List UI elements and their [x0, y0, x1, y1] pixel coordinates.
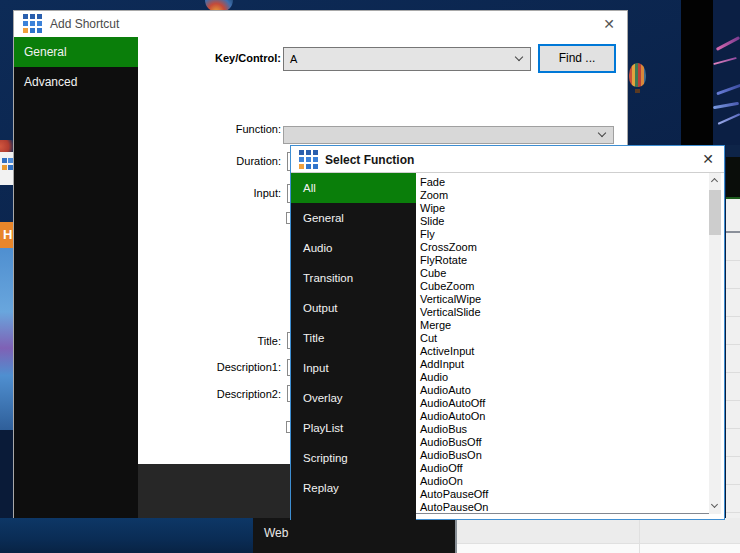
description2-label: Description2:	[136, 388, 281, 400]
function-list-item[interactable]: AudioOn	[416, 475, 709, 488]
function-list-item[interactable]: AudioAutoOff	[416, 397, 709, 410]
vmix-logo-icon	[23, 14, 42, 33]
category-item[interactable]: Replay	[291, 473, 416, 503]
function-list-item[interactable]: ActiveInput	[416, 345, 709, 358]
function-list-item[interactable]: AudioBus	[416, 423, 709, 436]
desktop: H Web Add Shortcut ✕ G	[0, 0, 740, 553]
function-category-list: AllGeneralAudioTransitionOutputTitleInpu…	[291, 173, 416, 520]
vmix-desktop-icon[interactable]	[0, 152, 13, 185]
function-list-item[interactable]: AudioOff	[416, 462, 709, 475]
wallpaper-fireworks	[713, 0, 740, 145]
function-list-item[interactable]: FlyRotate	[416, 254, 709, 267]
key-control-label: Key/Control:	[136, 52, 281, 64]
function-list-item[interactable]: VerticalWipe	[416, 293, 709, 306]
function-list-item[interactable]: Zoom	[416, 189, 709, 202]
category-item[interactable]: PlayList	[291, 413, 416, 443]
find-button[interactable]: Find ...	[538, 44, 616, 73]
title-label: Title:	[136, 335, 281, 347]
chevron-down-icon	[515, 53, 523, 61]
duration-label: Duration:	[136, 155, 281, 167]
function-list-item[interactable]: Cut	[416, 332, 709, 345]
add-shortcut-titlebar[interactable]: Add Shortcut ✕	[14, 11, 627, 37]
function-list-item[interactable]: AddInput	[416, 358, 709, 371]
category-item[interactable]: Transition	[291, 263, 416, 293]
function-list-item[interactable]: Cube	[416, 267, 709, 280]
function-list: FadeZoomWipeSlideFlyCrossZoomFlyRotateCu…	[416, 173, 709, 514]
input-label: Input:	[136, 187, 281, 199]
close-icon[interactable]: ✕	[603, 16, 615, 32]
background-table	[457, 518, 740, 553]
function-list-item[interactable]: Fade	[416, 176, 709, 189]
function-dropdown[interactable]	[283, 126, 614, 144]
function-label: Function:	[136, 123, 281, 135]
vmix-logo-icon	[299, 150, 318, 169]
close-icon[interactable]: ✕	[702, 151, 714, 167]
sidebar-tab[interactable]: Advanced	[14, 67, 138, 97]
web-tab-label[interactable]: Web	[264, 526, 288, 540]
wallpaper-balloons-edge	[0, 248, 13, 430]
function-list-item[interactable]: AutoPauseOn	[416, 501, 709, 514]
function-list-item[interactable]: CrossZoom	[416, 241, 709, 254]
background-black-strip	[681, 0, 713, 145]
scrollbar-thumb[interactable]	[709, 190, 721, 235]
function-list-item[interactable]: Fly	[416, 228, 709, 241]
background-app-edge	[726, 145, 740, 553]
function-list-scrollbar[interactable]	[709, 173, 721, 514]
select-function-titlebar[interactable]: Select Function ✕	[291, 146, 724, 173]
function-list-item[interactable]: Wipe	[416, 202, 709, 215]
description1-label: Description1:	[136, 361, 281, 373]
function-list-item[interactable]: AudioAutoOn	[416, 410, 709, 423]
function-list-item[interactable]: VerticalSlide	[416, 306, 709, 319]
function-list-item[interactable]: AutoPauseOff	[416, 488, 709, 501]
scroll-up-icon[interactable]	[709, 173, 721, 188]
function-list-item[interactable]: Slide	[416, 215, 709, 228]
chevron-down-icon	[598, 129, 606, 137]
wallpaper-hot-air-balloon	[629, 63, 646, 93]
key-control-dropdown[interactable]: A	[283, 47, 531, 71]
category-item[interactable]: All	[291, 173, 416, 203]
add-shortcut-title: Add Shortcut	[50, 17, 119, 31]
category-item[interactable]: General	[291, 203, 416, 233]
category-item[interactable]: Scripting	[291, 443, 416, 473]
function-list-item[interactable]: CubeZoom	[416, 280, 709, 293]
background-window-edge-orange: H	[0, 222, 13, 248]
select-function-title: Select Function	[325, 153, 414, 167]
function-list-item[interactable]: AudioAuto	[416, 384, 709, 397]
category-item[interactable]: Title	[291, 323, 416, 353]
function-list-item[interactable]: AudioBusOff	[416, 436, 709, 449]
category-item[interactable]: Audio	[291, 233, 416, 263]
category-item[interactable]: Overlay	[291, 383, 416, 413]
category-item[interactable]: Input	[291, 353, 416, 383]
function-list-item[interactable]: Merge	[416, 319, 709, 332]
background-web-panel: Web	[253, 518, 455, 553]
sidebar-tab[interactable]: General	[14, 37, 138, 67]
scroll-down-icon[interactable]	[709, 499, 721, 514]
function-list-item[interactable]: Audio	[416, 371, 709, 384]
wallpaper-dark-edge	[0, 430, 13, 518]
category-item[interactable]: Output	[291, 293, 416, 323]
function-list-item[interactable]: AudioBusOn	[416, 449, 709, 462]
key-control-value: A	[290, 53, 297, 65]
add-shortcut-sidebar: GeneralAdvanced	[14, 37, 138, 518]
select-function-window: Select Function ✕ AllGeneralAudioTransit…	[290, 145, 725, 520]
wallpaper-sea	[0, 518, 253, 553]
